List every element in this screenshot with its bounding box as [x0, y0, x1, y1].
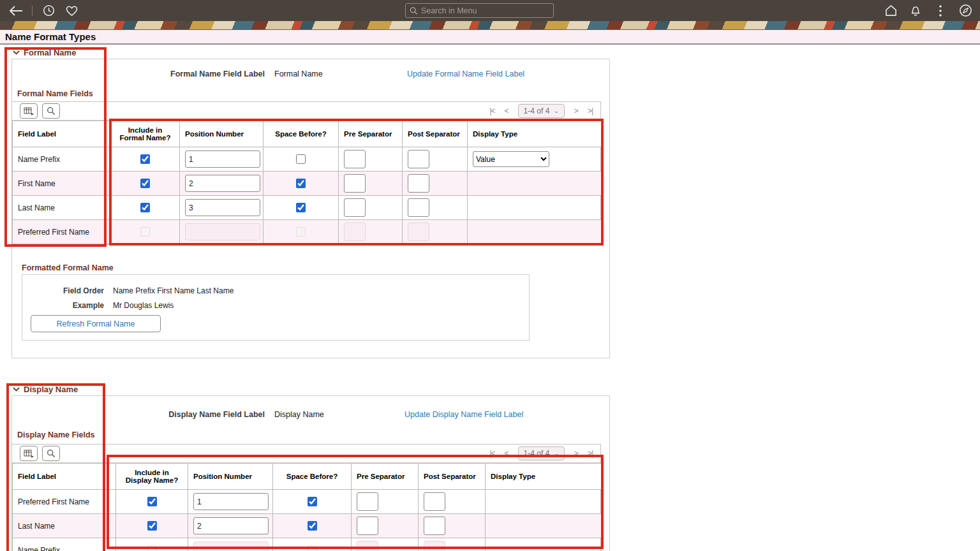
- post-separator-input[interactable]: [408, 174, 429, 193]
- table-row: Name PrefixValue: [13, 147, 602, 172]
- recents-clock-icon[interactable]: [41, 4, 56, 18]
- formal-field-label-caption: Formal Name Field Label: [12, 70, 265, 78]
- position-number-input[interactable]: [185, 151, 260, 168]
- navbar-compass-icon[interactable]: [958, 4, 972, 18]
- formal-name-section-toggle[interactable]: Formal Name: [13, 48, 76, 57]
- field-label-cell: Last Name: [13, 196, 111, 220]
- space-before-checkbox: [296, 227, 306, 237]
- pre-separator-input[interactable]: [344, 174, 366, 193]
- formal-name-section: Formal Name Field Label Formal Name Upda…: [11, 59, 610, 358]
- post-separator-input[interactable]: [408, 150, 429, 168]
- col-field-label: Field Label: [13, 121, 111, 147]
- update-formal-name-link[interactable]: Update Formal Name Field Label: [407, 70, 524, 78]
- notifications-bell-icon[interactable]: [909, 4, 923, 18]
- update-display-name-link[interactable]: Update Display Name Field Label: [405, 410, 523, 419]
- formal-grid-title: Formal Name Fields: [17, 89, 93, 98]
- formal-name-grid: |< < 1-4 of 4 ⌄ > >| Field Label Include…: [11, 101, 601, 245]
- include-checkbox: [147, 545, 157, 551]
- row-range-dropdown[interactable]: 1-4 of 4 ⌄: [518, 104, 565, 118]
- col-include: Include in Formal Name?: [111, 121, 180, 147]
- display-type-select[interactable]: Value: [473, 151, 549, 167]
- prev-page-icon[interactable]: <: [505, 449, 509, 458]
- row-range-dropdown[interactable]: 1-4 of 4 ⌄: [518, 446, 565, 460]
- space-before-checkbox[interactable]: [308, 497, 317, 506]
- section-title: Formal Name: [24, 48, 76, 57]
- grid-search-icon[interactable]: [42, 103, 60, 119]
- grid-pager: |< < 1-4 of 4 ⌄ > >|: [489, 446, 593, 460]
- menu-search-box[interactable]: [405, 3, 554, 18]
- pre-separator-input[interactable]: [357, 492, 378, 511]
- grid-toolbar: |< < 1-4 of 4 ⌄ > >|: [12, 444, 600, 463]
- actions-kebab-icon[interactable]: [933, 4, 947, 18]
- col-pre-separator: Pre Separator: [352, 464, 419, 490]
- back-arrow-icon[interactable]: [9, 4, 23, 18]
- space-before-checkbox[interactable]: [296, 179, 306, 188]
- prev-page-icon[interactable]: <: [505, 107, 509, 115]
- chevron-down-icon: ⌄: [554, 108, 559, 114]
- last-page-icon[interactable]: >|: [588, 107, 593, 115]
- first-page-icon[interactable]: |<: [489, 107, 494, 115]
- include-checkbox[interactable]: [147, 497, 157, 506]
- display-name-section-toggle[interactable]: Display Name: [13, 385, 78, 394]
- grid-search-icon[interactable]: [42, 446, 60, 461]
- first-page-icon[interactable]: |<: [489, 449, 494, 458]
- formatted-formal-name-title: Formatted Formal Name: [22, 263, 114, 272]
- section-title: Display Name: [24, 385, 78, 394]
- post-separator-input: [424, 541, 445, 551]
- display-type-cell: [468, 172, 602, 196]
- chevron-down-icon: ⌄: [554, 450, 559, 457]
- next-page-icon[interactable]: >: [574, 107, 578, 115]
- table-row: First Name: [13, 172, 602, 196]
- include-checkbox[interactable]: [140, 203, 150, 212]
- col-space-before: Space Before?: [264, 121, 339, 147]
- example-label: Example: [22, 301, 104, 310]
- next-page-icon[interactable]: >: [574, 449, 578, 458]
- pre-separator-input[interactable]: [357, 517, 378, 535]
- post-separator-input[interactable]: [424, 492, 445, 511]
- include-checkbox[interactable]: [147, 521, 157, 531]
- post-separator-input[interactable]: [424, 517, 445, 535]
- pre-separator-input[interactable]: [344, 198, 366, 217]
- refresh-formal-name-button[interactable]: Refresh Formal Name: [31, 315, 161, 332]
- formatted-formal-name-box: Field Order Name Prefix First Name Last …: [22, 274, 530, 341]
- space-before-checkbox[interactable]: [296, 203, 306, 212]
- display-name-section: Display Name Field Label Display Name Up…: [11, 395, 610, 551]
- col-space-before: Space Before?: [273, 464, 352, 490]
- position-number-input[interactable]: [185, 199, 260, 216]
- grid-pager: |< < 1-4 of 4 ⌄ > >|: [489, 104, 593, 118]
- display-field-label-caption: Display Name Field Label: [12, 410, 265, 419]
- row-range-label: 1-4 of 4: [524, 107, 550, 115]
- include-checkbox[interactable]: [140, 179, 150, 188]
- page-title: Name Format Types: [5, 31, 96, 42]
- field-label-cell: Last Name: [13, 514, 116, 538]
- field-label-cell: Preferred First Name: [13, 220, 111, 244]
- grid-action-menu-icon[interactable]: [20, 103, 38, 119]
- search-icon: [410, 6, 418, 15]
- formal-field-label-value: Formal Name: [274, 70, 323, 78]
- post-separator-input[interactable]: [408, 198, 429, 217]
- search-input[interactable]: [421, 6, 549, 15]
- page-title-bar: Name Format Types: [0, 30, 980, 45]
- position-number-input: [185, 223, 260, 240]
- pre-separator-input[interactable]: [344, 150, 366, 168]
- last-page-icon[interactable]: >|: [588, 449, 593, 458]
- top-bar: [0, 0, 980, 21]
- position-number-input[interactable]: [185, 175, 260, 192]
- grid-action-menu-icon[interactable]: [20, 446, 38, 461]
- col-position: Position Number: [180, 121, 264, 147]
- toolbar-divider: [32, 6, 33, 16]
- position-number-input[interactable]: [193, 517, 269, 534]
- home-icon[interactable]: [884, 4, 898, 18]
- col-post-separator: Post Separator: [419, 464, 486, 490]
- col-field-label: Field Label: [13, 464, 116, 490]
- table-header-row: Field Label Include in Formal Name? Posi…: [13, 121, 602, 147]
- include-checkbox[interactable]: [140, 154, 150, 164]
- space-before-checkbox[interactable]: [308, 521, 317, 531]
- field-order-label: Field Order: [22, 286, 104, 295]
- position-number-input[interactable]: [193, 493, 269, 510]
- col-pre-separator: Pre Separator: [339, 121, 403, 147]
- favorites-heart-icon[interactable]: [64, 4, 78, 18]
- table-row: Preferred First Name: [13, 490, 602, 514]
- space-before-checkbox[interactable]: [296, 154, 306, 164]
- display-type-cell: [468, 220, 602, 244]
